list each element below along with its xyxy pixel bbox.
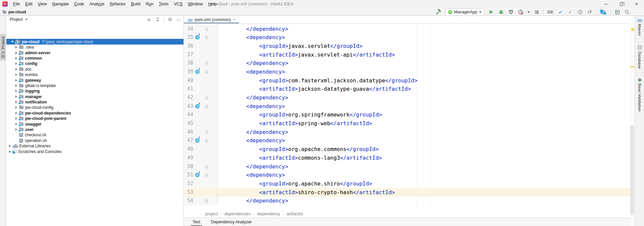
tree-item-eureka[interactable]: eureka	[6, 72, 183, 77]
code-line-53[interactable]: 53 <artifactId>shiro-crypto-hash</artifa…	[184, 188, 630, 197]
maven-override-icon[interactable]: o	[195, 173, 200, 177]
tool-window-button-database[interactable]: Database	[635, 43, 644, 71]
fold-marker-icon[interactable]	[205, 96, 208, 100]
menu-run[interactable]: Run	[143, 2, 156, 6]
code-text[interactable]: <artifactId>javax.servlet-api</artifactI…	[218, 51, 630, 59]
code-line-37[interactable]: 37 <artifactId>javax.servlet-api</artifa…	[184, 51, 630, 59]
tree-item-logging[interactable]: logging	[6, 88, 183, 94]
git-history-button[interactable]	[577, 9, 583, 15]
code-line-49[interactable]: 49 <artifactId>commons-lang3</artifactId…	[184, 154, 630, 162]
search-everywhere-button[interactable]	[624, 9, 630, 15]
fold-marker-icon[interactable]	[205, 61, 208, 65]
fold-marker-icon[interactable]	[205, 130, 208, 134]
profiler-button[interactable]	[518, 9, 524, 15]
code-line-34[interactable]: 34 </dependency>	[184, 25, 630, 33]
code-line-41[interactable]: 41 <artifactId>jackson-datatype-guava</a…	[184, 85, 630, 93]
locate-file-button[interactable]: ⊕	[146, 17, 152, 22]
menu-window[interactable]: Window	[185, 2, 205, 6]
tree-item-manager[interactable]: manager	[6, 94, 183, 99]
menu-build[interactable]: Build	[128, 2, 143, 6]
code-text[interactable]: <dependency>	[218, 68, 630, 76]
debug-button[interactable]	[498, 9, 504, 15]
tree-item-user[interactable]: user	[6, 127, 183, 132]
code-line-40[interactable]: 40 <groupId>com.fasterxml.jackson.dataty…	[184, 76, 630, 85]
warning-marker[interactable]	[631, 28, 634, 31]
chevron-collapsed-icon[interactable]	[15, 112, 17, 115]
chevron-collapsed-icon[interactable]	[15, 101, 17, 103]
code-line-48[interactable]: 48 <groupId>org.apache.commons</groupId>	[184, 145, 630, 154]
breadcrumb-item-dependency[interactable]: dependency	[257, 212, 280, 216]
chevron-collapsed-icon[interactable]	[9, 150, 11, 153]
build-hammer-button[interactable]	[435, 9, 441, 15]
maven-override-icon[interactable]: o	[195, 138, 200, 143]
chevron-collapsed-icon[interactable]	[15, 84, 17, 87]
code-line-39[interactable]: 39o <dependency>	[184, 68, 630, 76]
code-text[interactable]: <dependency>	[218, 33, 630, 42]
code-line-45[interactable]: 45 <artifactId>spring-web</artifactId>	[184, 119, 630, 128]
chevron-collapsed-icon[interactable]	[9, 145, 11, 147]
code-line-38[interactable]: 38 </dependency>	[184, 59, 630, 68]
fold-marker-icon[interactable]	[205, 104, 208, 108]
chevron-collapsed-icon[interactable]	[15, 52, 17, 54]
run-with-coverage-button[interactable]	[508, 9, 514, 15]
code-text[interactable]: <groupId>javax.servlet</groupId>	[218, 42, 630, 51]
tree-item-doc[interactable]: doc	[6, 67, 183, 72]
tree-item-pw-cloud-config[interactable]: pw-cloud-config	[6, 105, 183, 110]
tab-dependency-analyzer[interactable]: Dependency Analyzer	[211, 218, 252, 226]
tree-item-gateway[interactable]: gateway	[6, 77, 183, 83]
maven-override-icon[interactable]: o	[195, 104, 200, 108]
chevron-expanded-icon[interactable]	[11, 41, 14, 43]
chevron-collapsed-icon[interactable]	[15, 95, 17, 98]
tree-item-common[interactable]: common	[6, 56, 183, 61]
code-text[interactable]: </dependency>	[218, 197, 630, 205]
settings-button[interactable]	[167, 17, 173, 22]
chevron-collapsed-icon[interactable]	[15, 106, 17, 109]
tree-item-scratches-and-consoles[interactable]: Scratches and Consoles	[6, 149, 183, 154]
chevron-collapsed-icon[interactable]	[15, 68, 17, 71]
breadcrumb-item-dependencies[interactable]: dependencies	[224, 212, 251, 216]
tree-item-admin-server[interactable]: admin-server	[6, 50, 183, 55]
collapse-all-button[interactable]	[155, 17, 160, 22]
tree-item-pw-cloud-pom-parent[interactable]: pw-cloud-pom-parent	[6, 116, 183, 121]
chevron-collapsed-icon[interactable]	[15, 46, 17, 49]
code-text[interactable]: <groupId>org.springframework</groupId>	[218, 110, 630, 119]
chevron-collapsed-icon[interactable]	[15, 123, 17, 126]
menu-view[interactable]: View	[35, 2, 50, 6]
git-rollback-button[interactable]: ↺	[587, 9, 593, 15]
code-line-35[interactable]: 35o <dependency>	[184, 33, 630, 42]
restore-button[interactable]	[614, 0, 629, 8]
chevron-collapsed-icon[interactable]	[15, 73, 17, 76]
hide-panel-button[interactable]: —	[176, 17, 181, 22]
code-text[interactable]: <dependency>	[218, 171, 630, 179]
fold-marker-icon[interactable]	[205, 70, 208, 74]
tree-item-external-libraries[interactable]: External Libraries	[6, 143, 183, 149]
tree-item-operation-sh[interactable]: >operation.sh	[6, 138, 183, 143]
code-line-44[interactable]: 44 <groupId>org.springframework</groupId…	[184, 110, 630, 119]
code-text[interactable]: <dependency>	[218, 136, 630, 145]
maven-override-icon[interactable]: o	[195, 35, 200, 40]
project-view-selector[interactable]: Project	[10, 17, 23, 22]
tool-window-button-project[interactable]: 1: Project	[0, 34, 6, 60]
code-line-36[interactable]: 36 <groupId>javax.servlet</groupId>	[184, 42, 630, 51]
chevron-collapsed-icon[interactable]	[15, 57, 17, 60]
close-tab-icon[interactable]: ×	[233, 17, 235, 22]
menu-vcs[interactable]: VCS	[171, 2, 185, 6]
menu-refactor[interactable]: Refactor	[107, 2, 128, 6]
code-text[interactable]: </dependency>	[218, 93, 630, 102]
run-anything-button[interactable]	[614, 9, 620, 15]
menu-code[interactable]: Code	[71, 2, 87, 6]
tool-window-button-maven[interactable]: m Maven	[635, 16, 644, 38]
chevron-collapsed-icon[interactable]	[15, 79, 17, 82]
fold-marker-icon[interactable]	[205, 27, 208, 31]
code-text[interactable]: <groupId>com.fasterxml.jackson.datatype<…	[218, 76, 630, 85]
tree-item-gitlab-ci-template[interactable]: gitlab-ci-template	[6, 83, 183, 88]
tab-text[interactable]: Text	[193, 218, 200, 226]
code-text[interactable]: <groupId>org.apache.shiro</groupId>	[218, 179, 630, 188]
code-text[interactable]: <artifactId>spring-web</artifactId>	[218, 119, 630, 128]
code-line-51[interactable]: 51o <dependency>	[184, 171, 630, 179]
code-text[interactable]: <artifactId>shiro-crypto-hash</artifactI…	[218, 188, 630, 197]
code-line-54[interactable]: 54 </dependency>	[184, 197, 630, 205]
code-line-47[interactable]: 47o <dependency>	[184, 136, 630, 145]
breadcrumb-item-project[interactable]: project	[205, 212, 218, 216]
tree-item-notification[interactable]: notification	[6, 99, 183, 105]
